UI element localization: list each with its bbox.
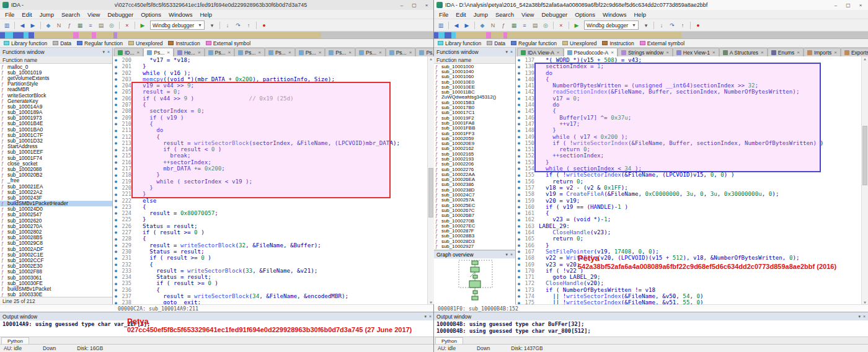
tab-enums[interactable]: Enums× — [768, 48, 804, 56]
menu-windows[interactable]: Windows — [165, 11, 197, 18]
code-line[interactable]: ●168 v22 = WriteFile(v20, (LPCVOID)(v15 … — [516, 255, 868, 261]
breakpoint-dot[interactable]: ● — [516, 281, 522, 287]
breakpoint-dot[interactable]: ● — [516, 223, 522, 229]
tab-hex-view-1[interactable]: Hex View-1× — [673, 48, 719, 56]
breakpoint-dot[interactable]: ● — [516, 102, 522, 108]
menu-help[interactable]: Help — [196, 11, 216, 18]
breakpoint-dot[interactable]: ● — [113, 83, 119, 89]
snapshot-icon[interactable]: ◎ — [541, 20, 551, 30]
navigation-band[interactable] — [434, 32, 868, 39]
save-icon[interactable]: ▥ — [436, 20, 446, 30]
tab-close-icon[interactable]: × — [258, 50, 261, 55]
scroll-up-icon[interactable]: ▲ — [428, 56, 434, 61]
start-debugger-icon[interactable]: ▶ — [572, 20, 582, 30]
breakpoint-dot[interactable]: ● — [516, 165, 522, 172]
tab-ps-[interactable]: Ps...× — [325, 48, 355, 56]
structures-icon[interactable]: ▦ — [75, 20, 85, 30]
code-scrollbar[interactable]: ▲ ▼ — [861, 56, 868, 304]
back-icon[interactable]: ◀ — [17, 20, 27, 30]
breakpoint-dot[interactable]: ● — [113, 185, 119, 191]
function-item[interactable]: ƒsub_1000330E — [0, 292, 112, 297]
breakpoint-dot[interactable]: ● — [516, 83, 522, 89]
code-line[interactable]: ●139 do — [516, 70, 868, 76]
pseudocode-view[interactable]: ●200 *v17 = *v18;●201 }●202 while ( v16 … — [113, 56, 434, 304]
breakpoint-dot[interactable]: ● — [113, 115, 119, 121]
code-line[interactable]: ●238 goto _exit; — [113, 299, 434, 304]
breakpoint-dot[interactable]: ● — [113, 274, 119, 280]
breakpoint-dot[interactable]: ● — [516, 115, 522, 121]
breakpoint-dot[interactable]: ● — [516, 210, 522, 216]
breakpoint-dot[interactable]: ● — [113, 217, 119, 223]
code-line[interactable]: ●231 if ( result >= 0 ) — [113, 255, 434, 261]
code-line[interactable]: ●235 if ( result >= 0 ) — [113, 280, 434, 286]
code-line[interactable]: ●206 if ( v44 >> 9 ) // 0x19 (25d) — [113, 95, 434, 102]
tab-ps-[interactable]: Ps...× — [386, 48, 416, 56]
breakpoint-dot[interactable]: ● — [113, 204, 119, 210]
code-line[interactable]: ●138 sectionIndex = 1; — [516, 63, 868, 69]
debugger-select[interactable]: Windbg debugger▼ — [584, 20, 639, 30]
menu-windows[interactable]: Windows — [599, 11, 631, 18]
breakpoint-dot[interactable]: ● — [516, 229, 522, 235]
graph-overview-thumbnail[interactable] — [434, 258, 515, 306]
breakpoint-dot[interactable]: ● — [113, 159, 119, 165]
close-button[interactable]: × — [420, 1, 433, 9]
dock-close-icon[interactable]: × — [107, 50, 110, 55]
menu-view[interactable]: View — [84, 11, 104, 18]
tab-close-icon[interactable]: × — [167, 50, 170, 55]
menu-debugger[interactable]: Debugger — [538, 11, 571, 18]
navigation-band[interactable] — [0, 32, 434, 39]
breakpoint-dot[interactable]: ● — [113, 242, 119, 249]
tab-close-icon[interactable]: × — [348, 50, 352, 55]
code-line[interactable]: ●217 mbr_DATA += 0x200; — [113, 165, 434, 172]
dock-close-icon[interactable]: × — [863, 314, 866, 319]
tab-he-[interactable]: He...× — [174, 48, 205, 56]
minimize-button[interactable]: – — [396, 1, 408, 9]
menu-edit[interactable]: Edit — [452, 11, 469, 18]
titlebar[interactable]: IDA - D:\Analysis\petya\2016_542a38bf52a… — [434, 0, 868, 10]
breakpoint-dot[interactable]: ● — [516, 191, 522, 198]
tab-ps-[interactable]: Ps...× — [234, 48, 265, 56]
tab-close-icon[interactable]: × — [409, 50, 412, 55]
breakpoint-dot[interactable]: ● — [516, 140, 522, 146]
breakpoint-dot[interactable]: ● — [516, 204, 522, 210]
code-scrollbar[interactable]: ▲ ▼ — [427, 56, 434, 304]
functions-icon[interactable]: ƒ — [498, 20, 508, 30]
code-line[interactable]: ●160 if ( v19 == (HANDLE)-1 ) — [516, 204, 868, 210]
dock-menu-icon[interactable]: ▾ — [505, 50, 508, 55]
code-line[interactable]: ●144 do — [516, 102, 868, 108]
code-line[interactable]: ●227 if ( result >= 0 ) — [113, 229, 434, 235]
menu-debugger[interactable]: Debugger — [104, 11, 137, 18]
tab-ps-[interactable]: Ps...× — [205, 48, 235, 56]
run-until-return-icon[interactable]: ↑ — [678, 20, 688, 30]
breakpoint-dot[interactable]: ● — [113, 70, 119, 76]
code-line[interactable]: ●165 return 0; — [516, 235, 868, 242]
breakpoint-dot[interactable]: ● — [113, 165, 119, 172]
breakpoint-dot[interactable]: ● — [516, 128, 522, 134]
menu-edit[interactable]: Edit — [18, 11, 35, 18]
breakpoint-dot[interactable]: ● — [516, 185, 522, 191]
breakpoint-dot[interactable]: ● — [113, 128, 119, 134]
tab-close-icon[interactable]: × — [379, 50, 382, 55]
breakpoint-dot[interactable]: ● — [113, 210, 119, 216]
titlebar[interactable]: IDA - v\027cc450ef5f8c5f653329641ec1fed9… — [0, 0, 434, 10]
menu-view[interactable]: View — [518, 11, 538, 18]
names-icon[interactable]: N — [488, 20, 498, 30]
debugger-options-icon[interactable]: ▾ — [641, 20, 651, 30]
scroll-down-icon[interactable]: ▼ — [428, 300, 434, 304]
tab-close-icon[interactable]: × — [288, 50, 291, 55]
breakpoint-dot[interactable]: ● — [113, 76, 119, 82]
run-until-return-icon[interactable]: ↑ — [244, 20, 254, 30]
tab-ps-[interactable]: Ps...× — [295, 48, 326, 56]
breakpoint-dot[interactable]: ● — [113, 121, 119, 127]
tab-close-icon[interactable]: × — [834, 50, 837, 55]
tab-close-icon[interactable]: × — [761, 50, 764, 55]
breakpoint-dot[interactable]: ● — [516, 242, 522, 249]
breakpoint-dot[interactable]: ● — [516, 89, 522, 95]
code-line[interactable]: ●220 } — [113, 185, 434, 191]
code-line[interactable]: ●158 v19 = CreateFileA(&FileName, 0xC000… — [516, 191, 868, 197]
function-item[interactable]: ƒsub_10002927 — [434, 244, 515, 249]
breakpoint-dot[interactable]: ● — [113, 89, 119, 95]
menu-options[interactable]: Options — [571, 11, 599, 18]
maximize-button[interactable]: ▢ — [408, 1, 420, 9]
breakpoint-dot[interactable]: ● — [516, 217, 522, 223]
